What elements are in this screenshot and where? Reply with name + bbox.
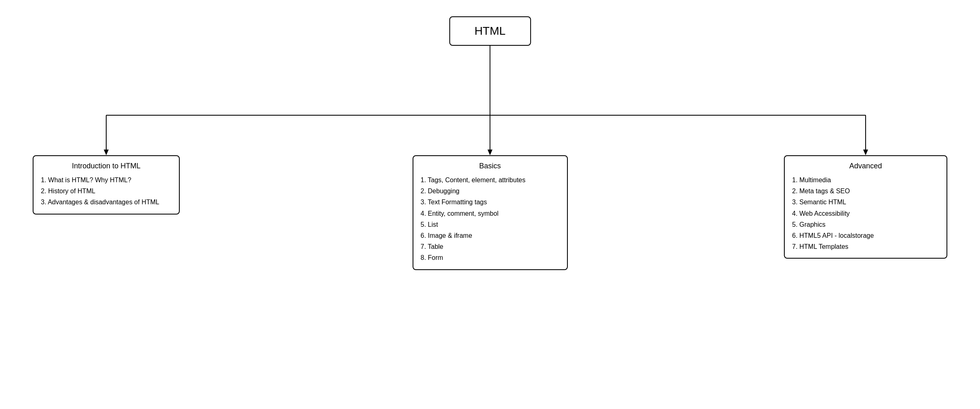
list-item: 4. Entity, comment, symbol bbox=[421, 208, 560, 219]
basics-title: Basics bbox=[421, 162, 560, 170]
list-item: 1. Tags, Content, element, attributes bbox=[421, 174, 560, 186]
list-item: 5. List bbox=[421, 219, 560, 230]
advanced-list: 1. Multimedia2. Meta tags & SEO3. Semant… bbox=[792, 174, 939, 252]
intro-node: Introduction to HTML 1. What is HTML? Wh… bbox=[33, 155, 180, 215]
list-item: 8. Form bbox=[421, 252, 560, 263]
list-item: 3. Text Formatting tags bbox=[421, 197, 560, 208]
list-item: 1. What is HTML? Why HTML? bbox=[41, 174, 172, 186]
advanced-title: Advanced bbox=[792, 162, 939, 170]
list-item: 2. History of HTML bbox=[41, 186, 172, 197]
intro-title: Introduction to HTML bbox=[41, 162, 172, 170]
list-item: 7. HTML Templates bbox=[792, 241, 939, 252]
basics-list: 1. Tags, Content, element, attributes2. … bbox=[421, 174, 560, 264]
list-item: 1. Multimedia bbox=[792, 174, 939, 186]
list-item: 2. Debugging bbox=[421, 186, 560, 197]
list-item: 3. Semantic HTML bbox=[792, 197, 939, 208]
svg-marker-7 bbox=[863, 150, 868, 155]
list-item: 6. HTML5 API - localstorage bbox=[792, 230, 939, 241]
list-item: 6. Image & iframe bbox=[421, 230, 560, 241]
root-label: HTML bbox=[474, 25, 505, 37]
svg-marker-3 bbox=[104, 150, 109, 155]
diagram-container: HTML Introduction to HTML 1. What is HTM… bbox=[0, 0, 980, 409]
list-item: 4. Web Accessibility bbox=[792, 208, 939, 219]
intro-list: 1. What is HTML? Why HTML?2. History of … bbox=[41, 174, 172, 208]
list-item: 2. Meta tags & SEO bbox=[792, 186, 939, 197]
basics-node: Basics 1. Tags, Content, element, attrib… bbox=[413, 155, 568, 270]
list-item: 7. Table bbox=[421, 241, 560, 252]
list-item: 5. Graphics bbox=[792, 219, 939, 230]
root-node: HTML bbox=[449, 16, 531, 46]
svg-marker-5 bbox=[488, 150, 493, 155]
list-item: 3. Advantages & disadvantages of HTML bbox=[41, 197, 172, 208]
advanced-node: Advanced 1. Multimedia2. Meta tags & SEO… bbox=[784, 155, 947, 259]
